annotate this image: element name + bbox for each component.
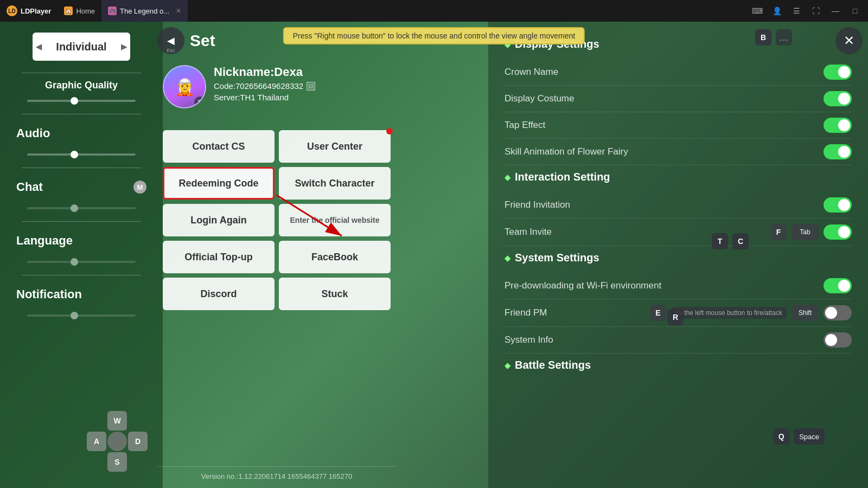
- skill-animation-toggle[interactable]: [824, 144, 852, 159]
- avatar-refresh-button[interactable]: ↻: [194, 97, 206, 108]
- display-costume-label: Display Costume: [505, 93, 575, 104]
- language-slider[interactable]: [27, 261, 136, 263]
- main-content: Press "Right mouse button" to lock the m…: [0, 22, 868, 488]
- friend-invitation-row: Friend Invitation: [505, 192, 852, 219]
- version-text: Version no.:1.12.22061714 1655464377 165…: [157, 466, 396, 480]
- app-name: LDPlayer: [21, 7, 51, 15]
- switch-character-button[interactable]: Switch Character: [279, 167, 391, 200]
- language-slider-thumb: [71, 258, 78, 266]
- game-tab-icon: 🎮: [108, 7, 117, 15]
- friend-invitation-toggle[interactable]: [824, 197, 852, 213]
- arrow-right-icon: ▶: [121, 42, 127, 51]
- chat-slider-thumb: [71, 204, 78, 212]
- team-invite-row: Team Invite F Tab: [505, 219, 852, 246]
- user-center-button[interactable]: User Center: [279, 130, 391, 163]
- official-topup-button[interactable]: Official Top-up: [163, 241, 275, 273]
- joystick-center: [107, 432, 127, 451]
- sidebar-item-notification[interactable]: Notification: [16, 282, 146, 307]
- profile-nickname: Nickname:Dexa: [214, 65, 391, 79]
- battle-key-hints: Q Space: [773, 428, 825, 445]
- titlebar: LD LDPlayer 🏠 Home 🎮 The Legend o... ✕ ⌨…: [0, 0, 868, 22]
- arrow-left-icon: ◀: [36, 42, 42, 51]
- tap-effect-toggle[interactable]: [824, 118, 852, 133]
- contact-cs-button[interactable]: Contact CS: [163, 130, 275, 163]
- a-key: A: [87, 432, 106, 451]
- divider-2: [22, 114, 141, 114]
- discord-button[interactable]: Discord: [163, 278, 275, 310]
- c-key-hint: C: [732, 233, 749, 249]
- divider-1: [22, 73, 141, 73]
- battle-settings-title: Battle Settings: [505, 359, 852, 371]
- window-controls: ⌨ 👤 ☰ ⛶ — □: [749, 2, 868, 20]
- back-arrow-icon: ◀: [167, 35, 175, 47]
- close-settings-button[interactable]: ✕: [835, 27, 863, 54]
- copy-code-button[interactable]: □: [307, 82, 315, 91]
- login-again-button[interactable]: Login Again: [163, 204, 275, 236]
- mouse-tooltip: Press "Right mouse button" to lock the m…: [283, 27, 585, 44]
- esc-label: Esc: [167, 48, 175, 53]
- sidebar-item-language[interactable]: Language: [16, 228, 146, 253]
- d-key: D: [128, 432, 148, 451]
- s-key: S: [107, 452, 127, 472]
- shift-key-badge: Shift: [792, 305, 818, 321]
- interaction-settings-title: Interaction Setting: [505, 171, 852, 183]
- back-button[interactable]: ◀ Esc: [157, 27, 184, 54]
- maximize-icon[interactable]: □: [846, 2, 864, 20]
- profile-area: 🧝 ↻ Nickname:Dexa Code:702656649628332 □…: [163, 65, 391, 108]
- tap-effect-row: Tap Effect: [505, 112, 852, 139]
- enter-official-website-button[interactable]: Enter the official website: [279, 204, 391, 236]
- r-key-hint-container: R: [667, 309, 684, 325]
- q-key-hint: Q: [773, 428, 789, 445]
- graphic-quality-label[interactable]: Graphic Quality: [45, 80, 118, 91]
- user-account-icon[interactable]: 👤: [768, 2, 786, 20]
- tab-key-badge: Tab: [792, 224, 818, 240]
- chat-slider[interactable]: [27, 207, 136, 209]
- t-key-hint: T: [712, 233, 728, 249]
- profile-server: Server:TH1 Thailand: [214, 93, 391, 102]
- tab-game-label: The Legend o...: [120, 7, 169, 15]
- minimize-icon[interactable]: —: [827, 2, 844, 20]
- system-info-row: System Info: [505, 327, 852, 354]
- tab-home[interactable]: 🏠 Home: [58, 0, 101, 22]
- friend-pm-toggle[interactable]: [824, 305, 852, 320]
- redeeming-code-button[interactable]: Redeeming Code: [163, 167, 275, 200]
- team-invite-toggle[interactable]: [824, 224, 852, 240]
- slider-thumb: [71, 97, 78, 105]
- team-invite-label: Team Invite: [505, 227, 552, 237]
- menu-icon[interactable]: ☰: [788, 2, 805, 20]
- sidebar-item-chat[interactable]: Chat M: [16, 175, 146, 200]
- divider-4: [22, 221, 141, 222]
- stuck-button[interactable]: Stuck: [279, 278, 391, 310]
- chat-badge: M: [133, 181, 146, 194]
- r-key-hint: R: [667, 309, 684, 325]
- system-info-label: System Info: [505, 335, 553, 345]
- keyboard-shortcut-icon[interactable]: ⌨: [749, 2, 766, 20]
- individual-button[interactable]: ◀ Individual ▶: [33, 33, 130, 61]
- tap-effect-label: Tap Effect: [505, 120, 545, 131]
- display-costume-toggle[interactable]: [824, 91, 852, 106]
- profile-code: Code:702656649628332 □: [214, 81, 391, 91]
- skill-animation-row: Skill Animation of Flower Fairy: [505, 139, 852, 165]
- center-panel: ◀ Esc Set 🧝 ↻ Nickname:Dexa Code:7026566…: [152, 22, 401, 488]
- sidebar-item-audio[interactable]: Audio: [16, 121, 146, 146]
- tc-key-hints: T C: [712, 233, 749, 249]
- system-info-toggle[interactable]: [824, 332, 852, 348]
- dots-icon: …: [776, 29, 792, 46]
- divider-3: [22, 168, 141, 168]
- fullscreen-icon[interactable]: ⛶: [807, 2, 825, 20]
- tab-game[interactable]: 🎮 The Legend o... ✕: [101, 0, 188, 22]
- audio-slider[interactable]: [27, 153, 136, 156]
- avatar: 🧝 ↻: [163, 65, 206, 108]
- crown-name-label: Crown Name: [505, 67, 558, 78]
- facebook-button[interactable]: FaceBook: [279, 241, 391, 273]
- graphic-quality-slider[interactable]: [27, 100, 136, 102]
- space-key-hint: Space: [794, 428, 825, 445]
- notification-slider[interactable]: [27, 314, 136, 317]
- predownload-toggle[interactable]: [824, 278, 852, 293]
- crown-name-row: Crown Name: [505, 59, 852, 86]
- crown-name-toggle[interactable]: [824, 65, 852, 80]
- app-logo: LD LDPlayer: [0, 5, 58, 16]
- close-tab-icon[interactable]: ✕: [176, 7, 181, 15]
- skill-animation-label: Skill Animation of Flower Fairy: [505, 146, 628, 157]
- divider-5: [22, 275, 141, 275]
